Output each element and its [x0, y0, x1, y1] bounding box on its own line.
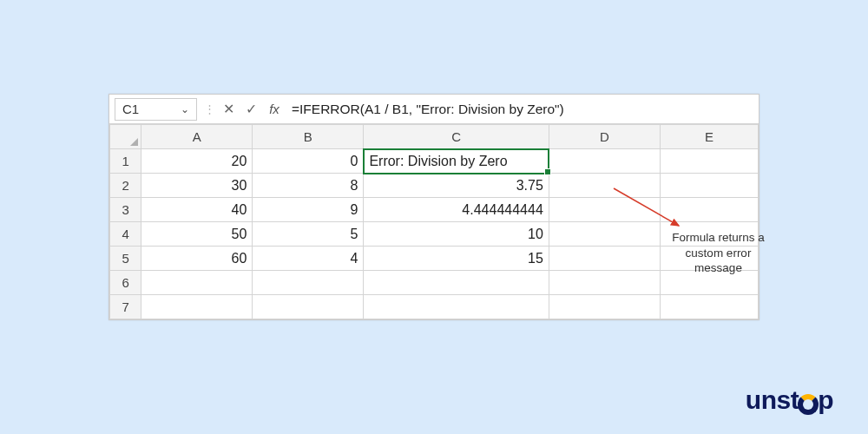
cancel-icon[interactable]: ✕ — [217, 101, 240, 117]
col-header-A[interactable]: A — [141, 125, 253, 149]
row-header[interactable]: 7 — [110, 295, 141, 319]
cell[interactable] — [141, 295, 253, 319]
select-all-corner[interactable] — [110, 125, 141, 149]
cell[interactable] — [549, 247, 660, 271]
col-header-B[interactable]: B — [253, 125, 364, 149]
col-header-D[interactable]: D — [549, 125, 660, 149]
spreadsheet-window: C1 ⌄ ⋮ ✕ ✓ fx =IFERROR(A1 / B1, "Error: … — [108, 94, 760, 320]
cell[interactable]: 8 — [253, 174, 364, 198]
cell[interactable]: 9 — [253, 198, 364, 222]
chevron-down-icon[interactable]: ⌄ — [181, 103, 189, 115]
worksheet-grid[interactable]: A B C D E 1 20 0 Error: Division by Zero… — [109, 124, 759, 319]
cell[interactable] — [549, 271, 660, 295]
name-box[interactable]: C1 ⌄ — [115, 98, 197, 121]
cell[interactable] — [549, 222, 660, 247]
cell[interactable]: 50 — [141, 222, 253, 247]
cell[interactable]: 4 — [253, 247, 364, 271]
row-header[interactable]: 3 — [110, 198, 141, 222]
unstop-logo: unstp — [746, 385, 833, 415]
name-box-value: C1 — [122, 102, 139, 116]
cell[interactable] — [364, 295, 549, 319]
cell[interactable]: 5 — [253, 222, 364, 247]
row-header[interactable]: 2 — [110, 174, 141, 198]
cell[interactable] — [660, 174, 758, 198]
cell[interactable]: 30 — [141, 174, 253, 198]
cell[interactable] — [549, 149, 660, 174]
col-header-C[interactable]: C — [364, 125, 549, 149]
cell[interactable] — [549, 198, 660, 222]
formula-bar: C1 ⌄ ⋮ ✕ ✓ fx =IFERROR(A1 / B1, "Error: … — [109, 95, 759, 124]
cell[interactable] — [660, 295, 758, 319]
formula-input[interactable]: =IFERROR(A1 / B1, "Error: Division by Ze… — [286, 102, 759, 117]
cell[interactable] — [364, 271, 549, 295]
cell[interactable] — [253, 271, 364, 295]
row-header[interactable]: 6 — [110, 271, 141, 295]
cell[interactable]: 60 — [141, 247, 253, 271]
annotation-text: Formula returns a custom error message — [664, 230, 773, 276]
logo-o-icon — [798, 394, 819, 415]
separator: ⋮ — [202, 102, 217, 115]
enter-icon[interactable]: ✓ — [240, 101, 262, 117]
row-header[interactable]: 4 — [110, 222, 141, 247]
cell[interactable] — [141, 271, 253, 295]
row-header[interactable]: 5 — [110, 247, 141, 271]
cell[interactable]: 0 — [253, 149, 364, 174]
cell[interactable] — [660, 149, 758, 174]
cell[interactable] — [660, 198, 758, 222]
cell[interactable]: 4.444444444 — [364, 198, 549, 222]
cell-selected[interactable]: Error: Division by Zero — [364, 149, 549, 174]
cell[interactable]: 3.75 — [364, 174, 549, 198]
cell[interactable]: 40 — [141, 198, 253, 222]
cell[interactable]: 10 — [364, 222, 549, 247]
cell[interactable]: 20 — [141, 149, 253, 174]
col-header-E[interactable]: E — [660, 125, 758, 149]
cell[interactable] — [549, 295, 660, 319]
cell[interactable] — [253, 295, 364, 319]
fx-icon[interactable]: fx — [262, 102, 286, 116]
cell[interactable]: 15 — [364, 247, 549, 271]
row-header[interactable]: 1 — [110, 149, 141, 174]
cell[interactable] — [549, 174, 660, 198]
